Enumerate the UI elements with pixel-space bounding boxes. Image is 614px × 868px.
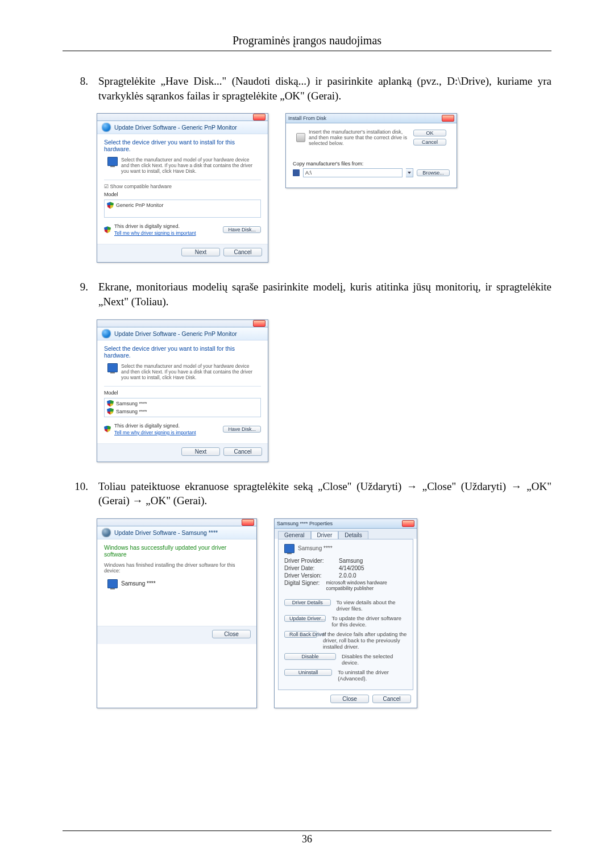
shield-icon <box>104 226 111 233</box>
dialog-title: Update Driver Software - Samsung **** <box>114 529 218 536</box>
cancel-button[interactable]: Cancel <box>223 447 262 456</box>
model-label: Model <box>104 192 261 197</box>
step-number: 9. <box>63 280 98 309</box>
back-icon[interactable] <box>102 123 111 132</box>
value-version: 2.0.0.0 <box>339 572 356 579</box>
driver-details-button[interactable]: Driver Details <box>284 599 331 606</box>
value-provider: Samsung <box>339 558 363 564</box>
disable-button[interactable]: Disable <box>284 653 336 660</box>
dialog-title: Update Driver Software - Generic PnP Mon… <box>114 330 237 337</box>
uninstall-desc: To uninstall the driver (Advanced). <box>338 669 407 682</box>
tab-general[interactable]: General <box>278 531 311 539</box>
cancel-button[interactable]: Cancel <box>372 695 411 703</box>
driver-details-desc: To view details about the driver files. <box>337 599 407 612</box>
shield-icon <box>104 426 111 433</box>
monitor-icon <box>284 544 294 553</box>
close-icon[interactable] <box>242 519 254 526</box>
dialog-update-driver-generic: Update Driver Software - Generic PnP Mon… <box>97 113 268 263</box>
step-8: 8. Spragtelėkite „Have Disk..." (Naudoti… <box>63 74 551 103</box>
tab-driver[interactable]: Driver <box>311 531 339 539</box>
dialog-title: Install From Disk <box>288 115 326 121</box>
signed-label: This driver is digitally signed. <box>114 223 180 229</box>
next-button[interactable]: Next <box>181 447 220 456</box>
list-item[interactable]: Samsung **** <box>107 408 258 416</box>
update-driver-button[interactable]: Update Driver... <box>284 615 326 622</box>
compat-checkbox-label[interactable]: ☑ Show compatible hardware <box>104 184 261 189</box>
have-disk-button[interactable]: Have Disk... <box>223 226 261 233</box>
list-item[interactable]: Samsung **** <box>107 400 258 408</box>
shield-icon <box>107 400 114 407</box>
cancel-button[interactable]: Cancel <box>413 139 446 146</box>
monitor-icon <box>107 157 118 166</box>
label-date: Driver Date: <box>284 565 333 571</box>
close-icon[interactable] <box>253 114 265 121</box>
signed-label: This driver is digitally signed. <box>114 423 180 429</box>
close-button[interactable]: Close <box>212 630 251 638</box>
cancel-button[interactable]: Cancel <box>223 248 262 256</box>
success-heading: Windows has successfully updated your dr… <box>104 544 250 558</box>
shield-icon <box>107 408 114 415</box>
dialog-title: Samsung **** Properties <box>277 521 333 526</box>
step-text: Toliau pateiktuose ekranuose spragtelėki… <box>98 479 551 508</box>
monitor-icon <box>107 579 118 588</box>
step-9: 9. Ekrane, monitoriaus modelių sąraše pa… <box>63 280 551 309</box>
dialog-heading: Select the device driver you want to ins… <box>104 345 261 359</box>
step-number: 8. <box>63 74 98 103</box>
value-date: 4/14/2005 <box>339 565 364 571</box>
dialog-hint: Select the manufacturer and model of you… <box>121 157 258 174</box>
device-name: Samsung **** <box>121 580 156 587</box>
model-label: Model <box>104 390 261 396</box>
dialog-device-properties: Samsung **** Properties General Driver D… <box>274 518 417 708</box>
dialog-title: Update Driver Software - Generic PnP Mon… <box>114 124 237 131</box>
dialog-install-from-disk: Install From Disk Insert the manufacture… <box>285 113 457 188</box>
value-signer: microsoft windows hardware compatibility… <box>326 580 407 591</box>
step-10: 10. Toliau pateiktuose ekranuose spragte… <box>63 479 551 508</box>
have-disk-button[interactable]: Have Disk... <box>223 426 261 433</box>
model-list[interactable]: Samsung **** Samsung **** <box>104 398 261 417</box>
rollback-driver-desc: If the device fails after updating the d… <box>323 631 407 650</box>
label-signer: Digital Signer: <box>284 580 320 591</box>
signing-link[interactable]: Tell me why driver signing is important <box>114 230 196 236</box>
dialog-update-success: Update Driver Software - Samsung **** Wi… <box>97 518 257 708</box>
update-driver-desc: To update the driver software for this d… <box>331 615 407 628</box>
copy-from-label: Copy manufacturer's files from: <box>293 161 450 167</box>
dialog-update-driver-model-select: Update Driver Software - Generic PnP Mon… <box>97 319 268 462</box>
chevron-down-icon[interactable] <box>406 168 413 177</box>
uninstall-button[interactable]: Uninstall <box>284 669 332 676</box>
step-number: 10. <box>63 479 98 508</box>
dialog-heading: Select the device driver you want to ins… <box>104 139 261 152</box>
close-icon[interactable] <box>253 320 265 327</box>
rollback-driver-button[interactable]: Roll Back Driver <box>284 631 317 638</box>
page-header: Programinės įrangos naudojimas <box>63 34 551 47</box>
tab-details[interactable]: Details <box>338 531 368 539</box>
disk-icon <box>296 133 305 142</box>
install-msg: Insert the manufacturer's installation d… <box>309 129 410 146</box>
finished-label: Windows has finished installing the driv… <box>104 562 250 574</box>
model-list[interactable]: Generic PnP Monitor <box>104 200 261 218</box>
shield-icon <box>107 202 114 209</box>
step-text: Spragtelėkite „Have Disk..." (Naudoti di… <box>98 74 551 103</box>
dialog-hint: Select the manufacturer and model of you… <box>121 363 258 380</box>
device-name: Samsung **** <box>298 545 333 551</box>
monitor-icon <box>107 363 118 372</box>
back-icon <box>102 528 111 537</box>
label-provider: Driver Provider: <box>284 558 333 564</box>
step-text: Ekrane, monitoriaus modelių sąraše pasir… <box>98 280 551 309</box>
label-version: Driver Version: <box>284 572 333 579</box>
close-icon[interactable] <box>402 520 414 527</box>
browse-button[interactable]: Browse... <box>417 169 450 176</box>
disable-desc: Disables the selected device. <box>342 653 407 666</box>
header-rule <box>63 51 551 51</box>
path-combo[interactable]: A:\ <box>303 168 403 177</box>
close-icon[interactable] <box>442 115 454 122</box>
close-button[interactable]: Close <box>330 695 369 703</box>
page-footer: 36 <box>0 830 614 845</box>
signing-link[interactable]: Tell me why driver signing is important <box>114 430 196 435</box>
next-button[interactable]: Next <box>181 248 220 256</box>
list-item[interactable]: Generic PnP Monitor <box>107 201 258 209</box>
page-number: 36 <box>0 833 614 845</box>
floppy-icon <box>293 169 300 176</box>
back-icon[interactable] <box>102 329 111 338</box>
ok-button[interactable]: OK <box>413 130 446 136</box>
